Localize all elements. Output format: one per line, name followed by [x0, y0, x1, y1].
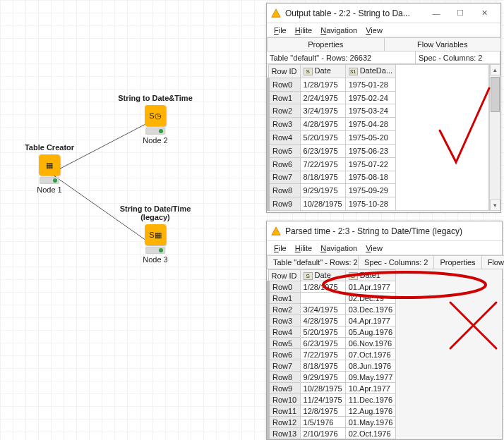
- table-row[interactable]: Row01/28/19751975-01-28: [268, 78, 396, 91]
- row-id-cell[interactable]: Row1: [268, 91, 300, 104]
- data-cell[interactable]: 11.Dec.1976: [345, 394, 396, 405]
- row-id-cell[interactable]: Row12: [268, 417, 300, 428]
- menu-navigation[interactable]: Navigation: [318, 243, 360, 254]
- column-header[interactable]: Row ID: [268, 270, 300, 281]
- data-cell[interactable]: 2/24/1975: [300, 91, 345, 104]
- table-row[interactable]: Row89/29/19751975-09-29: [268, 184, 396, 197]
- menu-file[interactable]: File: [271, 25, 289, 36]
- data-cell[interactable]: 9/29/1975: [300, 372, 345, 383]
- data-cell[interactable]: 07.Oct.1976: [345, 349, 396, 360]
- table-row[interactable]: Row56/23/197506.Nov.1976: [268, 338, 396, 349]
- data-cell[interactable]: 1975-10-28: [345, 197, 395, 211]
- menu-hilite[interactable]: Hilite: [292, 243, 315, 254]
- table-row[interactable]: Row67/22/19751975-07-22: [268, 157, 396, 171]
- table-row[interactable]: Row78/18/197508.Jun.1976: [268, 360, 396, 372]
- data-cell[interactable]: 1975-09-29: [345, 184, 395, 197]
- node-table-creator[interactable]: Table Creator ▦ Node 1: [14, 143, 85, 194]
- row-id-cell[interactable]: Row1: [268, 293, 300, 304]
- row-id-cell[interactable]: Row8: [268, 372, 300, 383]
- row-id-cell[interactable]: Row10: [268, 394, 300, 405]
- titlebar[interactable]: Parsed time - 2:3 - String to Date/Time …: [267, 221, 502, 241]
- data-cell[interactable]: 2/10/1976: [300, 428, 345, 439]
- table-row[interactable]: Row01/28/197501.Apr.1977: [268, 281, 396, 293]
- menu-file[interactable]: File: [271, 243, 289, 254]
- table-row[interactable]: Row34/28/197504.Apr.1977: [268, 315, 396, 326]
- row-id-cell[interactable]: Row3: [268, 315, 300, 326]
- table-row[interactable]: Row34/28/19751975-04-28: [268, 118, 396, 131]
- data-cell[interactable]: 5/20/1975: [300, 326, 345, 338]
- column-header[interactable]: SDate: [300, 65, 345, 78]
- data-cell[interactable]: 9/29/1975: [300, 184, 345, 197]
- data-cell[interactable]: [300, 293, 345, 304]
- table-row[interactable]: Row23/24/19751975-03-24: [268, 104, 396, 118]
- row-id-cell[interactable]: Row4: [268, 326, 300, 338]
- vertical-scrollbar[interactable]: ▴ ▾: [489, 64, 500, 211]
- row-id-cell[interactable]: Row0: [268, 78, 300, 91]
- table-row[interactable]: Row102.Dec.19: [268, 293, 396, 304]
- data-cell[interactable]: 02.Oct.1976: [345, 428, 396, 439]
- table-row[interactable]: Row45/20/19751975-05-20: [268, 131, 396, 145]
- data-cell[interactable]: 1975-06-23: [345, 144, 395, 157]
- output-table-window[interactable]: Output table - 2:2 - String to Da... — ☐…: [266, 3, 501, 213]
- data-cell[interactable]: 10/28/1975: [300, 383, 345, 394]
- row-id-cell[interactable]: Row9: [268, 383, 300, 394]
- table-row[interactable]: Row132/10/197602.Oct.1976: [268, 428, 396, 439]
- data-cell[interactable]: 1975-04-28: [345, 118, 395, 131]
- data-cell[interactable]: 1975-01-28: [345, 78, 395, 91]
- column-header[interactable]: Row ID: [268, 65, 300, 78]
- node-string-to-datetime[interactable]: String to Date&Time S◷ Node 2: [106, 94, 205, 145]
- data-table[interactable]: Row IDSDate31DateDa...Row01/28/19751975-…: [267, 64, 396, 211]
- data-cell[interactable]: 1/28/1975: [300, 281, 345, 293]
- tab-properties[interactable]: Properties: [267, 37, 385, 51]
- data-cell[interactable]: 02.Dec.19: [345, 293, 396, 304]
- data-cell[interactable]: 8/18/1975: [300, 171, 345, 184]
- data-cell[interactable]: 08.Jun.1976: [345, 360, 396, 372]
- parsed-time-window[interactable]: Parsed time - 2:3 - String to Date/Time …: [266, 221, 503, 440]
- close-button[interactable]: ✕: [472, 6, 496, 21]
- row-id-cell[interactable]: Row7: [268, 360, 300, 372]
- data-cell[interactable]: 1975-07-22: [345, 157, 395, 171]
- table-row[interactable]: Row78/18/19751975-08-18: [268, 171, 396, 184]
- node-string-to-datetime-legacy[interactable]: String to Date/Time (legacy) S▦ Node 3: [106, 204, 205, 264]
- row-id-cell[interactable]: Row8: [268, 184, 300, 197]
- data-cell[interactable]: 12/8/1975: [300, 405, 345, 417]
- row-id-cell[interactable]: Row2: [268, 304, 300, 315]
- column-header[interactable]: 31DateDa...: [345, 65, 395, 78]
- data-cell[interactable]: 6/23/1975: [300, 144, 345, 157]
- table-row[interactable]: Row45/20/197505.Aug.1976: [268, 326, 396, 338]
- data-cell[interactable]: 8/18/1975: [300, 360, 345, 372]
- row-id-cell[interactable]: Row5: [268, 144, 300, 157]
- row-id-cell[interactable]: Row5: [268, 338, 300, 349]
- data-cell[interactable]: 11/24/1975: [300, 394, 345, 405]
- table-row[interactable]: Row910/28/19751975-10-28: [268, 197, 396, 211]
- row-id-cell[interactable]: Row11: [268, 405, 300, 417]
- data-cell[interactable]: 7/22/1975: [300, 349, 345, 360]
- row-id-cell[interactable]: Row7: [268, 171, 300, 184]
- row-id-cell[interactable]: Row4: [268, 131, 300, 145]
- row-id-cell[interactable]: Row6: [268, 157, 300, 171]
- maximize-button[interactable]: ☐: [448, 6, 472, 21]
- column-header[interactable]: SDate: [300, 270, 345, 281]
- data-cell[interactable]: 3/24/1975: [300, 104, 345, 118]
- table-row[interactable]: Row121/5/197601.May.1976: [268, 417, 396, 428]
- data-cell[interactable]: 1975-03-24: [345, 104, 395, 118]
- menu-navigation[interactable]: Navigation: [318, 25, 360, 36]
- titlebar[interactable]: Output table - 2:2 - String to Da... — ☐…: [267, 4, 500, 23]
- menu-hilite[interactable]: Hilite: [292, 25, 315, 36]
- data-cell[interactable]: 10/28/1975: [300, 197, 345, 211]
- row-id-cell[interactable]: Row6: [268, 349, 300, 360]
- scroll-thumb[interactable]: [491, 77, 500, 112]
- data-cell[interactable]: 01.Apr.1977: [345, 281, 396, 293]
- menu-view[interactable]: View: [363, 243, 385, 254]
- data-cell[interactable]: 4/28/1975: [300, 315, 345, 326]
- table-row[interactable]: Row23/24/197503.Dec.1976: [268, 304, 396, 315]
- table-row[interactable]: Row1011/24/197511.Dec.1976: [268, 394, 396, 405]
- data-cell[interactable]: 7/22/1975: [300, 157, 345, 171]
- table-row[interactable]: Row67/22/197507.Oct.1976: [268, 349, 396, 360]
- table-row[interactable]: Row1112/8/197512.Aug.1976: [268, 405, 396, 417]
- row-id-cell[interactable]: Row13: [268, 428, 300, 439]
- data-cell[interactable]: 01.May.1976: [345, 417, 396, 428]
- table-row[interactable]: Row910/28/197510.Apr.1977: [268, 383, 396, 394]
- data-cell[interactable]: 1/28/1975: [300, 78, 345, 91]
- data-cell[interactable]: 6/23/1975: [300, 338, 345, 349]
